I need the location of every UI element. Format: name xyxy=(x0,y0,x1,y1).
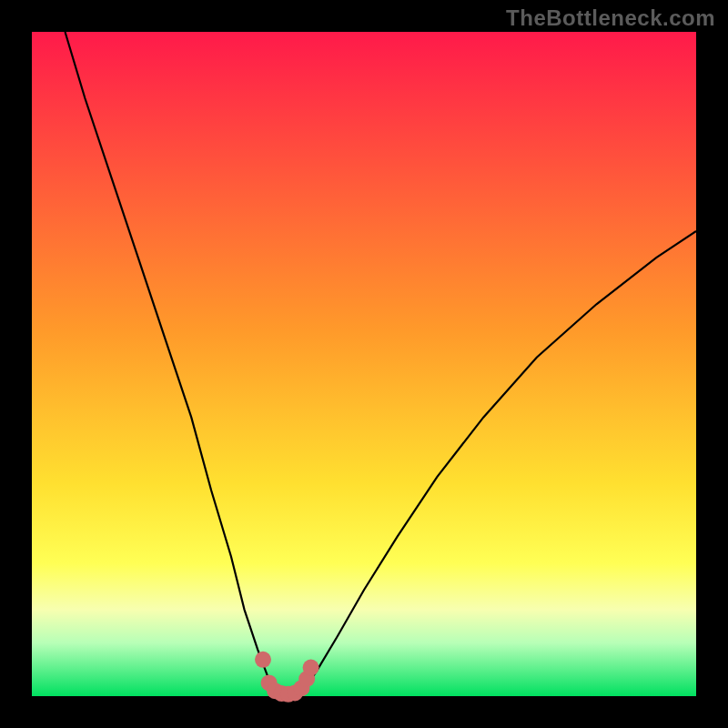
watermark-text: TheBottleneck.com xyxy=(506,5,715,31)
chart-stage: TheBottleneck.com xyxy=(0,0,728,728)
valley-dot xyxy=(303,660,319,676)
chart-svg xyxy=(0,0,728,728)
plot-background xyxy=(32,32,696,696)
valley-dot xyxy=(255,652,271,668)
